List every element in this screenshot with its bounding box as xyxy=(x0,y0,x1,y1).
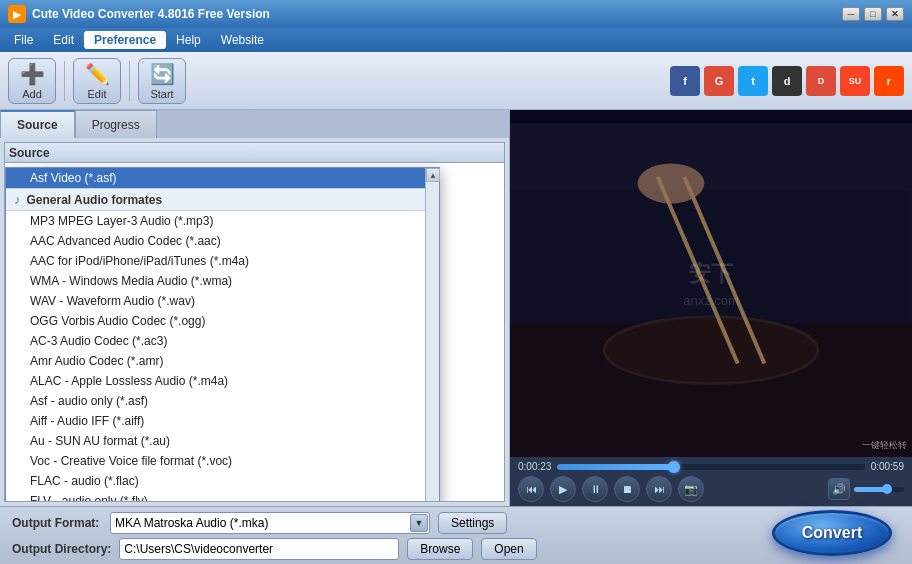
twitter-icon[interactable]: t xyxy=(738,66,768,96)
add-label: Add xyxy=(22,88,42,100)
video-controls: 0:00:23 0:00:59 ⏮ ▶ ⏸ ⏹ ⏭ 📷 🔊 xyxy=(510,457,912,506)
dropdown-item-selected[interactable]: Asf Video (*.asf) xyxy=(6,168,439,188)
volume-area: 🔊 xyxy=(828,478,904,500)
output-dir-row: Output Directory: Browse Open xyxy=(12,538,900,560)
convert-button[interactable]: Convert xyxy=(772,510,892,556)
social-icons: f G t d D SU r xyxy=(670,66,904,96)
reddit-icon[interactable]: r xyxy=(874,66,904,96)
toolbar-separator-1 xyxy=(64,61,65,101)
menu-bar: File Edit Preference Help Website xyxy=(0,28,912,52)
settings-button[interactable]: Settings xyxy=(438,512,507,534)
start-button[interactable]: 🔄 Start xyxy=(138,58,186,104)
dropdown-item-5[interactable]: OGG Vorbis Audio Codec (*.ogg) xyxy=(6,311,439,331)
progress-thumb xyxy=(668,461,680,473)
menu-website[interactable]: Website xyxy=(211,31,274,49)
dropdown-item-2[interactable]: AAC for iPod/iPhone/iPad/iTunes (*.m4a) xyxy=(6,251,439,271)
play-button[interactable]: ▶ xyxy=(550,476,576,502)
volume-thumb xyxy=(882,484,892,494)
dropdown-section-header: ♪ General Audio formates xyxy=(6,188,439,211)
dropdown-item-1[interactable]: AAC Advanced Audio Codec (*.aac) xyxy=(6,231,439,251)
title-bar: ▶ Cute Video Converter 4.8016 Free Versi… xyxy=(0,0,912,28)
progress-fill xyxy=(557,464,674,470)
dropdown-item-13[interactable]: FLAC - audio (*.flac) xyxy=(6,471,439,491)
screenshot-button[interactable]: 📷 xyxy=(678,476,704,502)
video-subtitle: 一键轻松转 xyxy=(862,439,907,452)
delicious-icon[interactable]: d xyxy=(772,66,802,96)
skip-back-button[interactable]: ⏮ xyxy=(518,476,544,502)
main-area: Source Progress Source D:\桌面\说明 Asf Vide… xyxy=(0,110,912,506)
open-button[interactable]: Open xyxy=(481,538,536,560)
edit-label: Edit xyxy=(88,88,107,100)
menu-edit[interactable]: Edit xyxy=(43,31,84,49)
directory-input[interactable] xyxy=(119,538,399,560)
format-dropdown[interactable]: Asf Video (*.asf) ♪ General Audio format… xyxy=(5,167,440,502)
dropdown-item-7[interactable]: Amr Audio Codec (*.amr) xyxy=(6,351,439,371)
google-icon[interactable]: G xyxy=(704,66,734,96)
tabs: Source Progress xyxy=(0,110,509,138)
convert-label: Convert xyxy=(802,524,862,542)
close-button[interactable]: ✕ xyxy=(886,7,904,21)
total-time: 0:00:59 xyxy=(871,461,904,472)
directory-label: Output Directory: xyxy=(12,542,111,556)
output-format-row: Output Format: MKA Matroska Audio (*.mka… xyxy=(12,512,900,534)
note-icon: ♪ xyxy=(14,192,21,207)
menu-preference[interactable]: Preference xyxy=(84,31,166,49)
scroll-up-button[interactable]: ▲ xyxy=(426,168,440,182)
edit-icon: ✏️ xyxy=(85,62,110,86)
pause-button[interactable]: ⏸ xyxy=(582,476,608,502)
app-icon: ▶ xyxy=(8,5,26,23)
toolbar: ➕ Add ✏️ Edit 🔄 Start f G t d D SU r xyxy=(0,52,912,110)
video-preview: 安下 anxz.com 一键轻松转 xyxy=(510,110,912,457)
tab-progress[interactable]: Progress xyxy=(75,110,157,138)
source-header-label: Source xyxy=(9,146,50,160)
control-buttons: ⏮ ▶ ⏸ ⏹ ⏭ 📷 🔊 xyxy=(518,476,904,502)
current-time: 0:00:23 xyxy=(518,461,551,472)
volume-icon[interactable]: 🔊 xyxy=(828,478,850,500)
format-label: Output Format: xyxy=(12,516,102,530)
minimize-button[interactable]: ─ xyxy=(842,7,860,21)
window-title: Cute Video Converter 4.8016 Free Version xyxy=(32,7,842,21)
dropdown-item-3[interactable]: WMA - Windows Media Audio (*.wma) xyxy=(6,271,439,291)
dropdown-item-14[interactable]: FLV - audio only (*.flv) xyxy=(6,491,439,502)
dropdown-item-6[interactable]: AC-3 Audio Codec (*.ac3) xyxy=(6,331,439,351)
volume-bar[interactable] xyxy=(854,487,904,492)
progress-bar[interactable] xyxy=(557,464,864,470)
browse-button[interactable]: Browse xyxy=(407,538,473,560)
file-list-area: Source D:\桌面\说明 Asf Video (*.asf) ♪ Gene… xyxy=(4,142,505,502)
dropdown-item-0[interactable]: MP3 MPEG Layer-3 Audio (*.mp3) xyxy=(6,211,439,231)
file-list-header: Source xyxy=(5,143,504,163)
menu-help[interactable]: Help xyxy=(166,31,211,49)
svg-rect-8 xyxy=(510,110,912,457)
right-panel: 安下 anxz.com 一键轻松转 0:00:23 0:00:59 ⏮ ▶ ⏸ … xyxy=(510,110,912,506)
maximize-button[interactable]: □ xyxy=(864,7,882,21)
menu-file[interactable]: File xyxy=(4,31,43,49)
dropdown-item-4[interactable]: WAV - Waveform Audio (*.wav) xyxy=(6,291,439,311)
facebook-icon[interactable]: f xyxy=(670,66,700,96)
start-label: Start xyxy=(150,88,173,100)
format-select-wrapper: MKA Matroska Audio (*.mka) ▼ xyxy=(110,512,430,534)
start-icon: 🔄 xyxy=(150,62,175,86)
edit-button[interactable]: ✏️ Edit xyxy=(73,58,121,104)
left-panel: Source Progress Source D:\桌面\说明 Asf Vide… xyxy=(0,110,510,506)
video-frame-svg xyxy=(510,110,912,457)
section-header-label: General Audio formates xyxy=(27,193,163,207)
stumbleupon-icon[interactable]: SU xyxy=(840,66,870,96)
tab-source[interactable]: Source xyxy=(0,110,75,138)
add-button[interactable]: ➕ Add xyxy=(8,58,56,104)
dropdown-scrollbar[interactable]: ▲ ▼ xyxy=(425,168,439,502)
progress-area: 0:00:23 0:00:59 xyxy=(518,461,904,472)
stop-button[interactable]: ⏹ xyxy=(614,476,640,502)
skip-forward-button[interactable]: ⏭ xyxy=(646,476,672,502)
dropdown-item-9[interactable]: Asf - audio only (*.asf) xyxy=(6,391,439,411)
toolbar-separator-2 xyxy=(129,61,130,101)
dropdown-item-11[interactable]: Au - SUN AU format (*.au) xyxy=(6,431,439,451)
dropdown-item-12[interactable]: Voc - Creative Voice file format (*.voc) xyxy=(6,451,439,471)
add-icon: ➕ xyxy=(20,62,45,86)
dropdown-item-8[interactable]: ALAC - Apple Lossless Audio (*.m4a) xyxy=(6,371,439,391)
digg-icon[interactable]: D xyxy=(806,66,836,96)
video-image: 安下 anxz.com 一键轻松转 xyxy=(510,110,912,457)
dropdown-item-10[interactable]: Aiff - Audio IFF (*.aiff) xyxy=(6,411,439,431)
window-controls: ─ □ ✕ xyxy=(842,7,904,21)
bottom-bar: Output Format: MKA Matroska Audio (*.mka… xyxy=(0,506,912,564)
format-select[interactable]: MKA Matroska Audio (*.mka) xyxy=(110,512,430,534)
